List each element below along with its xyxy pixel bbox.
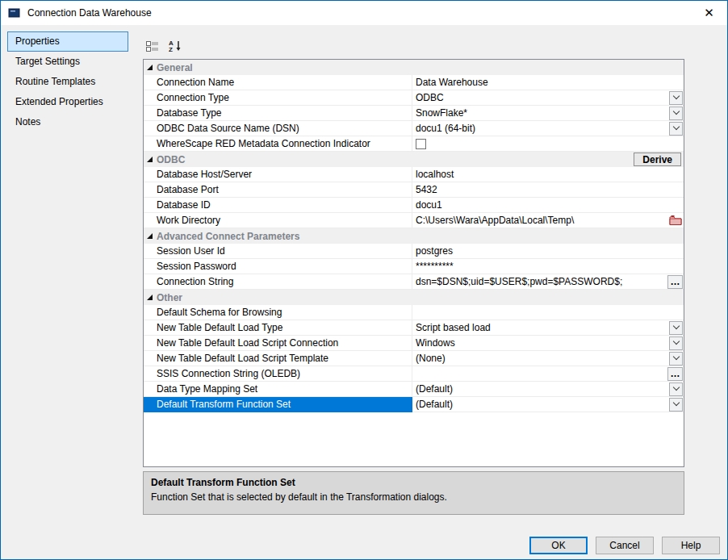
property-row-connection-type[interactable]: Connection Type ODBC <box>144 90 684 106</box>
sidebar-item-properties[interactable]: Properties <box>7 31 128 52</box>
collapse-triangle-icon[interactable] <box>147 157 153 162</box>
collapse-triangle-icon[interactable] <box>147 65 153 70</box>
property-label: Database Port <box>157 184 219 195</box>
sidebar-item-label: Properties <box>15 36 60 47</box>
dropdown-button[interactable] <box>669 352 683 366</box>
sidebar-item-extended-properties[interactable]: Extended Properties <box>7 92 128 112</box>
property-value-cell[interactable]: docu1 <box>412 198 684 213</box>
property-value: Data Warehouse <box>416 77 683 88</box>
derive-button[interactable]: Derive <box>634 153 681 166</box>
property-label-cell: Database Port <box>144 182 412 198</box>
property-value-cell[interactable]: dsn=$DSN$;uid=$USER$;pwd=$PASSWORD$; … <box>412 274 684 290</box>
browse-ellipsis-button[interactable]: … <box>667 275 683 289</box>
dropdown-button[interactable] <box>669 398 683 412</box>
checkbox[interactable] <box>416 139 426 149</box>
dropdown-button[interactable] <box>669 336 683 350</box>
connection-dialog: Connection Data Warehouse ✕ Properties T… <box>0 0 728 560</box>
property-row-new-table-default-load-script-template[interactable]: New Table Default Load Script Template (… <box>144 351 684 366</box>
property-value-cell[interactable]: Windows <box>412 336 684 351</box>
property-row-work-directory[interactable]: Work Directory C:\Users\Wara\AppData\Loc… <box>144 213 684 228</box>
property-value: Script based load <box>416 322 669 333</box>
property-row-session-user-id[interactable]: Session User Id postgres <box>144 244 684 259</box>
dropdown-button[interactable] <box>669 91 683 105</box>
sort-alphabetical-icon: A Z <box>169 40 182 52</box>
browse-ellipsis-button[interactable]: … <box>667 367 683 381</box>
sidebar-item-notes[interactable]: Notes <box>7 112 128 132</box>
property-value-cell[interactable]: (Default) <box>412 397 684 412</box>
property-label: Connection Name <box>157 77 234 88</box>
collapse-triangle-icon[interactable] <box>147 233 153 239</box>
property-value-cell[interactable]: (Default) <box>412 382 684 397</box>
property-value-cell[interactable]: (None) <box>412 351 684 366</box>
property-row-database-host-server[interactable]: Database Host/Server localhost <box>144 167 684 182</box>
property-label: SSIS Connection String (OLEDB) <box>157 368 300 379</box>
sidebar: Properties Target Settings Routine Templ… <box>7 31 128 132</box>
property-value-cell[interactable]: ODBC <box>412 90 684 106</box>
title-bar: Connection Data Warehouse ✕ <box>1 1 727 25</box>
property-value-cell[interactable]: … <box>412 366 684 382</box>
property-label-cell: Default Transform Function Set <box>144 397 412 412</box>
property-label-cell: Session Password <box>144 259 412 274</box>
property-row-ssis-connection-string-oledb[interactable]: SSIS Connection String (OLEDB) … <box>144 366 684 382</box>
sidebar-item-target-settings[interactable]: Target Settings <box>7 52 128 72</box>
property-row-odbc-data-source-name-dsn[interactable]: ODBC Data Source Name (DSN) docu1 (64-bi… <box>144 121 684 136</box>
property-row-database-type[interactable]: Database Type SnowFlake* <box>144 106 684 121</box>
property-row-new-table-default-load-script-connection[interactable]: New Table Default Load Script Connection… <box>144 336 684 351</box>
sidebar-item-routine-templates[interactable]: Routine Templates <box>7 72 128 92</box>
property-row-session-password[interactable]: Session Password ********** <box>144 259 684 274</box>
property-row-wherescape-red-metadata-connection-indicator[interactable]: WhereScape RED Metadata Connection Indic… <box>144 136 684 152</box>
property-value-cell[interactable]: 5432 <box>412 182 684 198</box>
section-title: Other <box>157 292 182 303</box>
folder-icon <box>669 215 682 226</box>
property-value-cell[interactable]: SnowFlake* <box>412 106 684 121</box>
collapse-triangle-icon[interactable] <box>147 295 153 300</box>
close-button[interactable]: ✕ <box>691 1 727 25</box>
section-header-odbc[interactable]: ODBC Derive <box>144 152 684 167</box>
property-row-data-type-mapping-set[interactable]: Data Type Mapping Set (Default) <box>144 382 684 397</box>
ok-button[interactable]: OK <box>529 537 588 554</box>
property-label-cell: Default Schema for Browsing <box>144 305 412 320</box>
dropdown-button[interactable] <box>669 107 683 120</box>
chevron-down-icon <box>672 123 679 130</box>
property-value-cell[interactable]: docu1 (64-bit) <box>412 121 684 136</box>
property-value: SnowFlake* <box>416 107 669 119</box>
cancel-button[interactable]: Cancel <box>596 537 654 554</box>
property-row-connection-string[interactable]: Connection String dsn=$DSN$;uid=$USER$;p… <box>144 274 684 290</box>
property-value-cell[interactable]: postgres <box>412 244 684 259</box>
property-row-new-table-default-load-type[interactable]: New Table Default Load Type Script based… <box>144 320 684 336</box>
property-value-cell[interactable]: localhost <box>412 167 684 182</box>
section-header-other[interactable]: Other <box>144 290 684 305</box>
property-label: Session User Id <box>157 245 225 257</box>
property-value-cell[interactable] <box>412 305 684 320</box>
dropdown-button[interactable] <box>669 382 683 396</box>
property-label: ODBC Data Source Name (DSN) <box>157 123 299 134</box>
property-label-cell: SSIS Connection String (OLEDB) <box>144 366 412 382</box>
property-value-cell[interactable]: C:\Users\Wara\AppData\Local\Temp\ <box>412 213 684 228</box>
property-value: ODBC <box>416 92 669 103</box>
property-label-cell: New Table Default Load Type <box>144 320 412 336</box>
property-value-cell[interactable]: Data Warehouse <box>412 75 684 90</box>
categorized-view-icon <box>146 40 159 52</box>
section-header-advanced-connect-parameters[interactable]: Advanced Connect Parameters <box>144 228 684 244</box>
property-row-database-id[interactable]: Database ID docu1 <box>144 198 684 213</box>
property-row-default-schema-for-browsing[interactable]: Default Schema for Browsing <box>144 305 684 320</box>
property-row-default-transform-function-set[interactable]: Default Transform Function Set (Default) <box>144 397 684 412</box>
property-label: New Table Default Load Type <box>157 322 282 333</box>
dropdown-button[interactable] <box>669 122 683 136</box>
categorized-view-button[interactable] <box>143 36 162 56</box>
section-header-general[interactable]: General <box>144 60 684 75</box>
help-button[interactable]: Help <box>662 537 720 554</box>
dropdown-button[interactable] <box>669 321 683 335</box>
alphabetical-sort-button[interactable]: A Z <box>165 36 185 56</box>
property-row-connection-name[interactable]: Connection Name Data Warehouse <box>144 75 684 90</box>
property-row-database-port[interactable]: Database Port 5432 <box>144 182 684 198</box>
property-value-cell[interactable]: ********** <box>412 259 684 274</box>
property-label-cell: Connection Name <box>144 75 412 90</box>
description-title: Default Transform Function Set <box>151 477 676 488</box>
property-value-cell[interactable] <box>412 136 684 152</box>
property-value-cell[interactable]: Script based load <box>412 320 684 336</box>
property-label-cell: WhereScape RED Metadata Connection Indic… <box>144 136 412 152</box>
chevron-down-icon <box>672 384 679 391</box>
property-value: dsn=$DSN$;uid=$USER$;pwd=$PASSWORD$; <box>416 276 667 287</box>
folder-browse-button[interactable] <box>667 214 683 228</box>
